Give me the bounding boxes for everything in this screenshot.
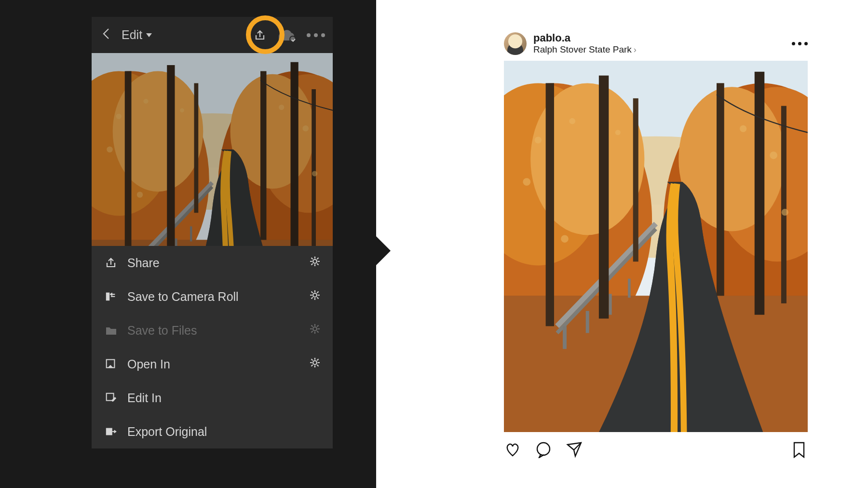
bookmark-button[interactable] [790, 441, 808, 458]
menu-label: Export Original [127, 425, 207, 439]
lightroom-app: Edit Share [92, 17, 333, 448]
location-label: Ralph Stover State Park [533, 44, 632, 55]
menu-label: Save to Files [127, 324, 197, 338]
menu-export-original[interactable]: Export Original [92, 415, 333, 448]
share-menu: Share Save to Camera Roll Save to Files … [92, 246, 333, 448]
edit-in-icon [103, 392, 119, 404]
menu-edit-in[interactable]: Edit In [92, 381, 333, 415]
back-button[interactable] [100, 27, 113, 43]
comment-button[interactable] [535, 441, 552, 458]
save-roll-icon [103, 290, 119, 303]
mode-label: Edit [122, 28, 142, 42]
like-button[interactable] [504, 441, 521, 458]
post-image[interactable] [504, 61, 808, 432]
location-link[interactable]: Ralph Stover State Park › [533, 44, 637, 55]
menu-share[interactable]: Share [92, 246, 333, 280]
gear-icon[interactable] [309, 289, 321, 304]
post-header: pablo.a Ralph Stover State Park › [504, 29, 808, 58]
username[interactable]: pablo.a [533, 32, 637, 44]
instagram-post: pablo.a Ralph Stover State Park › [504, 29, 808, 458]
menu-files: Save to Files [92, 313, 333, 347]
lightroom-header: Edit [92, 17, 333, 53]
flow-arrow-icon [362, 222, 391, 280]
post-more-button[interactable] [792, 42, 808, 45]
cloud-sync-icon[interactable] [279, 30, 294, 41]
gear-icon[interactable] [309, 356, 321, 372]
gear-icon[interactable] [309, 255, 321, 271]
chevron-right-icon: › [634, 45, 637, 55]
open-in-icon [103, 358, 119, 370]
photo-preview[interactable] [92, 53, 333, 246]
menu-open-in[interactable]: Open In [92, 347, 333, 381]
export-icon [103, 425, 119, 438]
post-actions [504, 441, 808, 458]
menu-label: Edit In [127, 391, 162, 405]
more-button[interactable] [307, 33, 325, 37]
menu-label: Share [127, 256, 160, 270]
share-button[interactable] [254, 29, 266, 41]
folder-icon [103, 324, 119, 337]
menu-camera-roll[interactable]: Save to Camera Roll [92, 280, 333, 313]
menu-label: Save to Camera Roll [127, 290, 239, 304]
gear-icon [309, 323, 321, 338]
send-button[interactable] [566, 441, 583, 458]
caret-down-icon [146, 33, 152, 37]
share-icon [103, 257, 119, 269]
avatar[interactable] [504, 32, 527, 55]
menu-label: Open In [127, 357, 170, 371]
mode-dropdown[interactable]: Edit [122, 28, 152, 42]
